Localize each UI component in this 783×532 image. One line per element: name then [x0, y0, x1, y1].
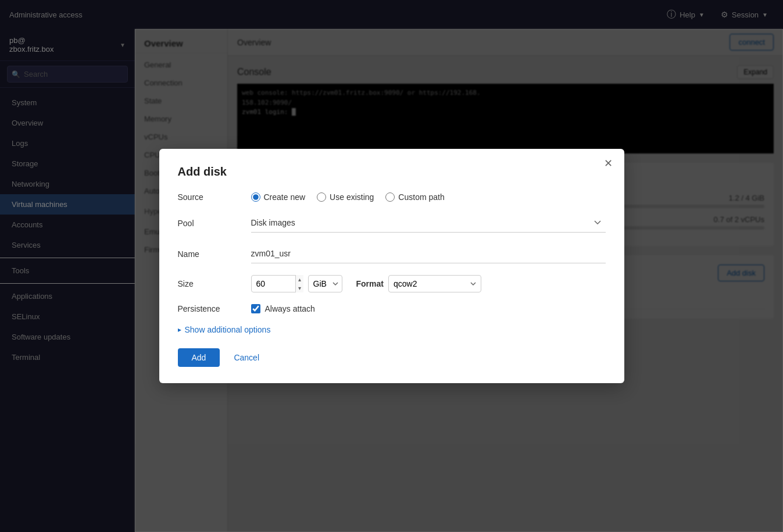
pool-select-wrap: Disk images default tmp — [251, 213, 606, 233]
add-button[interactable]: Add — [178, 348, 220, 367]
source-use-existing-radio[interactable] — [317, 192, 326, 202]
source-controls: Create new Use existing Custom path — [251, 192, 606, 202]
size-row: Size ▴ ▾ MiB GiB TiB Format qc — [178, 275, 606, 292]
name-row: Name — [178, 244, 606, 263]
pool-select[interactable]: Disk images default tmp — [251, 213, 606, 233]
expand-arrow-icon: ▸ — [178, 326, 181, 334]
size-increment-button[interactable]: ▴ — [296, 275, 303, 284]
source-use-existing[interactable]: Use existing — [317, 192, 374, 202]
persistence-label: Persistence — [178, 304, 242, 313]
add-disk-modal: ✕ Add disk Source Create new Use existin… — [159, 149, 624, 383]
source-create-new-radio[interactable] — [251, 192, 260, 202]
pool-row: Pool Disk images default tmp — [178, 213, 606, 233]
format-label: Format — [356, 279, 384, 288]
source-custom-path[interactable]: Custom path — [385, 192, 444, 202]
show-additional-options-link[interactable]: ▸ Show additional options — [178, 325, 606, 334]
format-select-wrap: qcow2 raw vmdk — [388, 275, 481, 292]
modal-close-button[interactable]: ✕ — [604, 158, 613, 169]
name-input[interactable] — [251, 244, 606, 263]
always-attach-input[interactable] — [251, 304, 260, 313]
size-unit-select[interactable]: MiB GiB TiB — [308, 275, 342, 292]
source-radio-group: Create new Use existing Custom path — [251, 192, 445, 202]
source-label: Source — [178, 192, 242, 202]
source-create-new[interactable]: Create new — [251, 192, 306, 202]
always-attach-checkbox[interactable]: Always attach — [251, 304, 315, 313]
persistence-row: Persistence Always attach — [178, 304, 606, 313]
format-select[interactable]: qcow2 raw vmdk — [388, 275, 481, 292]
size-label: Size — [178, 279, 242, 288]
size-spin-buttons: ▴ ▾ — [295, 275, 303, 292]
cancel-button[interactable]: Cancel — [224, 348, 269, 367]
pool-label: Pool — [178, 219, 242, 228]
size-decrement-button[interactable]: ▾ — [296, 284, 303, 292]
modal-overlay: ✕ Add disk Source Create new Use existin… — [0, 0, 783, 532]
source-row: Source Create new Use existing Custom pa… — [178, 192, 606, 202]
modal-actions: Add Cancel — [178, 348, 606, 367]
modal-title: Add disk — [178, 165, 606, 178]
source-custom-path-radio[interactable] — [385, 192, 395, 202]
size-controls: ▴ ▾ MiB GiB TiB Format qcow2 raw vmdk — [251, 275, 481, 292]
name-label: Name — [178, 249, 242, 259]
size-spinner: ▴ ▾ — [251, 275, 303, 292]
